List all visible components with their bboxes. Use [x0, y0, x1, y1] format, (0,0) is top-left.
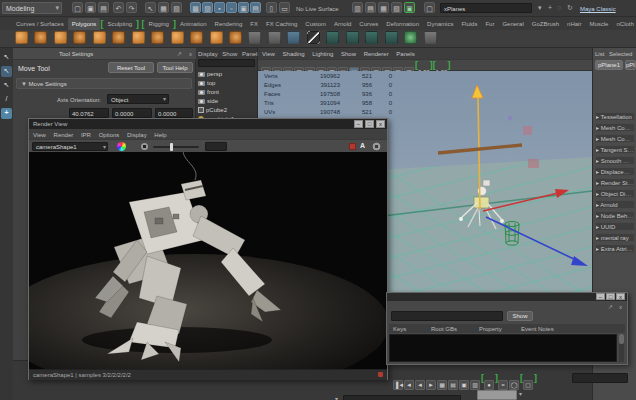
shelf-tab-fx-caching[interactable]: FX Caching	[262, 18, 301, 30]
reset-tool-button[interactable]: Reset Tool	[108, 62, 154, 73]
float-panel-icon[interactable]: ↗	[177, 50, 182, 58]
lock-icon[interactable]: ▯	[266, 2, 277, 13]
save-file-icon[interactable]: ▤	[98, 2, 109, 13]
shelf-tab-polygons[interactable]: Polygons	[68, 18, 101, 30]
stop-render-icon[interactable]	[349, 143, 356, 150]
move-tool-icon[interactable]: +	[1, 108, 12, 119]
viewport-menu-lighting[interactable]: Lighting	[312, 51, 333, 57]
outliner-item-persp[interactable]: persp	[198, 70, 256, 79]
bevel-icon[interactable]	[346, 31, 359, 44]
arnold-icon[interactable]: A	[360, 141, 365, 150]
shelf-tab-animation[interactable]: Animation	[176, 18, 211, 30]
shelf-tab-fluids[interactable]: Fluids	[457, 18, 481, 30]
exposure-slider-track[interactable]	[153, 146, 199, 148]
ae-section-arnold[interactable]: ▸ Arnold	[595, 200, 635, 209]
quick-search-input[interactable]: xPlanes	[440, 3, 532, 13]
quad-draw-icon[interactable]	[385, 31, 398, 44]
tool-help-button[interactable]: Tool Help	[157, 62, 193, 73]
shelf-tab-dynamics[interactable]: Dynamics	[423, 18, 457, 30]
shelf-tab-muscle[interactable]: Muscle	[585, 18, 612, 30]
header-keys[interactable]: Keys	[393, 325, 406, 333]
graph-editor-icon[interactable]: ▤	[448, 380, 458, 390]
outliner-menu-show[interactable]: Show	[222, 51, 237, 57]
shelf-tab-sculpting[interactable]: Sculpting	[103, 18, 136, 30]
step-back-icon[interactable]: ◄	[404, 380, 414, 390]
select-tool-icon[interactable]: ↖	[1, 52, 12, 63]
translate-y-field[interactable]: 0.0000	[112, 108, 152, 118]
shelf-tab-gozbrush[interactable]: GoZBrush	[528, 18, 563, 30]
rv-menu-ipr[interactable]: IPR	[81, 132, 91, 138]
ae-menu-selected[interactable]: Selected	[609, 51, 632, 57]
show-button[interactable]: Show	[507, 311, 533, 321]
menuset-dropdown[interactable]: Modeling ▾	[2, 2, 62, 14]
render-view-window[interactable]: Render View – □ x View Render IPR Option…	[28, 118, 388, 380]
ae-tab-pplaneshape1[interactable]: pPlaneShape1	[625, 60, 636, 70]
snap-curve-icon[interactable]: ▨	[202, 2, 213, 13]
select-component-icon[interactable]: ▧	[171, 2, 182, 13]
shelf-tab-fur[interactable]: Fur	[481, 18, 498, 30]
pen-tool-icon[interactable]: /	[1, 94, 12, 105]
editor-content-area[interactable]	[389, 334, 617, 362]
snap-grid-icon[interactable]: ▩	[190, 2, 201, 13]
undo-icon[interactable]: ↶	[113, 2, 124, 13]
target-weld-icon[interactable]	[404, 31, 417, 44]
translate-z-field[interactable]: 0.0000	[155, 108, 193, 118]
ipr-render-icon[interactable]: ▦	[378, 2, 389, 13]
editor-search-input[interactable]	[391, 311, 503, 321]
restore-window-icon[interactable]: □	[365, 120, 374, 128]
bridge-icon[interactable]	[365, 31, 378, 44]
poly-platonic-icon[interactable]	[151, 31, 164, 44]
header-property[interactable]: Property	[479, 325, 502, 333]
anim-layer-dropdown[interactable]	[343, 395, 461, 400]
open-file-icon[interactable]: ▣	[85, 2, 96, 13]
extrude-icon[interactable]	[326, 31, 339, 44]
poly-pyramid-icon[interactable]	[171, 31, 184, 44]
new-file-icon[interactable]: ▢	[72, 2, 83, 13]
shelf-tab-nhair[interactable]: nHair	[563, 18, 585, 30]
shelf-tab-general[interactable]: General	[498, 18, 527, 30]
range-icon[interactable]: ▢	[523, 380, 533, 390]
rv-menu-view[interactable]: View	[33, 132, 46, 138]
ae-section-tangent-space[interactable]: ▸ Tangent Space	[595, 145, 635, 154]
poly-cone-icon[interactable]	[73, 31, 86, 44]
launch-render-view-icon[interactable]: ▣	[404, 2, 415, 13]
shelf-tab-arnold[interactable]: Arnold	[330, 18, 355, 30]
poly-disc-icon[interactable]	[132, 31, 145, 44]
mute-icon[interactable]: ◯	[509, 380, 519, 390]
ae-section-mental-ray[interactable]: ▸ mental ray	[595, 233, 635, 242]
select-hierarchy-icon[interactable]: ↖	[145, 2, 156, 13]
outliner-item-side[interactable]: side	[198, 97, 256, 106]
poly-cube-icon[interactable]	[34, 31, 47, 44]
snap-surface-icon[interactable]: ▣	[238, 2, 249, 13]
poly-helix-icon[interactable]	[210, 31, 223, 44]
render-camera-dropdown[interactable]: cameraShape1 ▾	[32, 142, 108, 151]
ae-section-extra-attributes[interactable]: ▸ Extra Attributes	[595, 244, 635, 253]
ae-section-mesh-component-display[interactable]: ▸ Mesh Component Display	[595, 134, 635, 143]
smooth-mesh-icon[interactable]	[287, 31, 300, 44]
axis-orientation-dropdown[interactable]: Object ▾	[107, 94, 169, 104]
ae-section-node-behavior[interactable]: ▸ Node Behavior	[595, 211, 635, 220]
tool-settings-header[interactable]: Tool Settings ↗ x	[13, 48, 196, 60]
color-wheel-icon[interactable]	[117, 142, 126, 151]
close-pane-icon[interactable]: x	[619, 303, 622, 311]
exposure-slider-handle[interactable]	[170, 143, 173, 151]
play-backwards-icon[interactable]: ◄	[415, 380, 425, 390]
render-settings-gear-icon[interactable]	[372, 142, 381, 151]
layer-chip-button[interactable]	[477, 390, 517, 400]
outliner-menu-display[interactable]: Display	[198, 51, 218, 57]
poly-sphere-icon[interactable]	[15, 31, 28, 44]
search-icon[interactable]: ◌	[557, 3, 561, 12]
shelf-tab-deformation[interactable]: Deformation	[382, 18, 423, 30]
lasso-tool-icon[interactable]: ↖	[1, 66, 12, 77]
render-frame-icon[interactable]: ▥	[352, 2, 363, 13]
command-line-field[interactable]	[572, 373, 628, 383]
poly-torus-icon[interactable]	[93, 31, 106, 44]
header-event-notes[interactable]: Event Notes	[521, 325, 554, 333]
redo-icon[interactable]: ↷	[126, 2, 137, 13]
caret-down-icon[interactable]: ▾	[519, 390, 522, 398]
play-forward-icon[interactable]: ►	[426, 380, 436, 390]
scrollbar-thumb[interactable]	[619, 334, 624, 344]
bottom-editor-window[interactable]: – □ x ↗ x Show Keys Root GBs Property Ev…	[386, 292, 628, 365]
viewport-menu-show[interactable]: Show	[341, 51, 356, 57]
rv-menu-options[interactable]: Options	[99, 132, 120, 138]
